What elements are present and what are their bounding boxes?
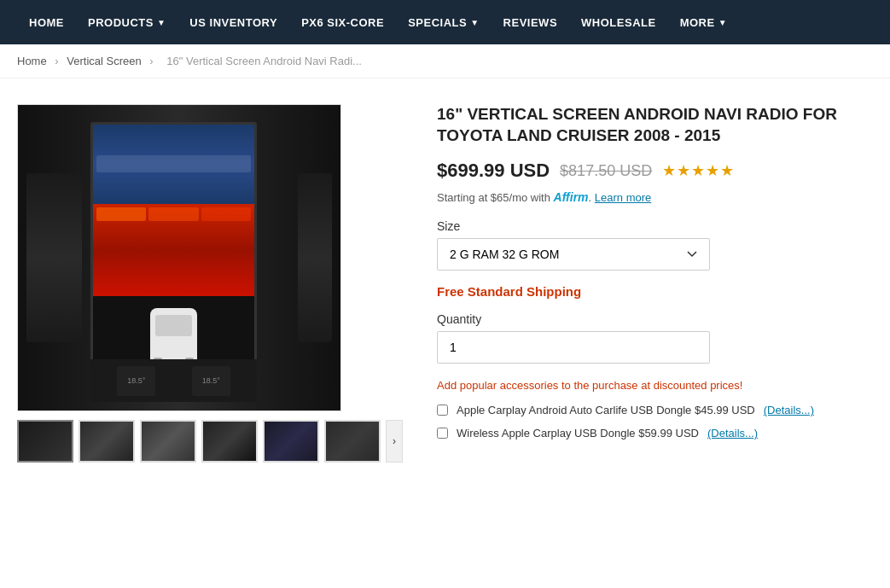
breadcrumb-current: 16" Vertical Screen Android Navi Radi...	[166, 55, 362, 67]
accessory-2-checkbox[interactable]	[437, 428, 448, 439]
affirm-learn-more[interactable]: Learn more	[595, 191, 651, 204]
breadcrumb: Home › Vertical Screen › 16" Vertical Sc…	[0, 44, 890, 79]
accessory-item-2: Wireless Apple Carplay USB Dongle $59.99…	[437, 427, 873, 440]
breadcrumb-home[interactable]: Home	[17, 55, 47, 67]
left-panel	[26, 173, 82, 342]
nav-wholesale[interactable]: WHOLESALE	[569, 0, 668, 44]
breadcrumb-vertical-screen[interactable]: Vertical Screen	[67, 55, 141, 67]
product-info: 16" VERTICAL SCREEN ANDROID NAVI RADIO F…	[437, 104, 873, 463]
nav-products[interactable]: PRODUCTS ▼	[76, 0, 177, 44]
screen-middle-section	[93, 204, 254, 296]
nav-us-inventory[interactable]: US INVENTORY	[177, 0, 289, 44]
affirm-logo: Affirm	[554, 190, 589, 204]
thumbnail-3[interactable]	[140, 420, 196, 463]
nav-home[interactable]: HOME	[17, 0, 76, 44]
nav-reviews[interactable]: REVIEWS	[492, 0, 569, 44]
size-label: Size	[437, 219, 873, 233]
main-image-inner: 18.5° 18.5°	[18, 105, 340, 410]
star-rating[interactable]: ★★★★★	[662, 161, 735, 180]
accessory-item-1: Apple Carplay Android Auto Carlife USB D…	[437, 404, 873, 416]
thumbnail-6[interactable]	[324, 420, 381, 463]
breadcrumb-sep2: ›	[149, 55, 153, 67]
thumbnail-next-arrow[interactable]: ›	[386, 420, 403, 463]
screen-top-section	[93, 125, 254, 204]
accessory-2-label: Wireless Apple Carplay USB Dongle $59.99…	[457, 427, 699, 440]
main-navigation: HOME PRODUCTS ▼ US INVENTORY PX6 SIX-COR…	[0, 0, 890, 44]
products-caret: ▼	[157, 18, 166, 27]
thumbnail-5[interactable]	[263, 420, 319, 463]
free-shipping-label: Free Standard Shipping	[437, 284, 873, 299]
thumbnail-row: ›	[17, 420, 403, 463]
accessory-1-details[interactable]: (Details...)	[764, 404, 814, 416]
nav-specials[interactable]: SPECIALS ▼	[396, 0, 491, 44]
affirm-text: Starting at $65/mo with	[437, 191, 550, 204]
price-original: $817.50 USD	[560, 162, 652, 180]
thumbnail-2[interactable]	[79, 420, 135, 463]
breadcrumb-sep1: ›	[55, 55, 58, 67]
specials-caret: ▼	[470, 18, 479, 27]
nav-px6[interactable]: PX6 SIX-CORE	[289, 0, 396, 44]
thumbnail-4[interactable]	[201, 420, 258, 463]
product-page: 18.5° 18.5° › 16" VERTICAL SCREEN ANDROI…	[0, 79, 890, 488]
thumbnail-1[interactable]	[17, 420, 73, 463]
product-title: 16" VERTICAL SCREEN ANDROID NAVI RADIO F…	[437, 104, 873, 146]
image-section: 18.5° 18.5° ›	[17, 104, 403, 463]
accessories-promo: Add popular accessories to the purchase …	[437, 379, 873, 392]
price-row: $699.99 USD $817.50 USD ★★★★★	[437, 160, 873, 182]
accessory-1-label: Apple Carplay Android Auto Carlife USB D…	[457, 404, 755, 416]
quantity-input[interactable]	[437, 331, 710, 364]
price-current: $699.99 USD	[437, 160, 550, 182]
vertical-screen	[90, 122, 257, 391]
nav-more[interactable]: MORE ▼	[668, 0, 739, 44]
main-product-image: 18.5° 18.5°	[17, 104, 341, 411]
more-caret: ▼	[718, 18, 727, 27]
bottom-controls: 18.5° 18.5°	[90, 359, 257, 402]
quantity-label: Quantity	[437, 312, 873, 326]
accessory-2-details[interactable]: (Details...)	[707, 427, 758, 440]
accessory-1-checkbox[interactable]	[437, 405, 448, 416]
affirm-row: Starting at $65/mo with Affirm. Learn mo…	[437, 190, 873, 204]
size-select[interactable]: 2 G RAM 32 G ROM	[437, 238, 710, 271]
right-panel	[298, 173, 332, 342]
